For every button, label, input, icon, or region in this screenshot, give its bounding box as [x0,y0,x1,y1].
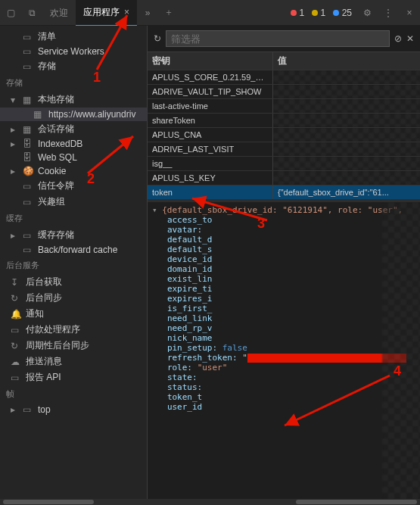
push-node[interactable]: ☁推送消息 [0,354,147,369]
application-sidebar: ▭清单 ▭Service Workers ▭存储 存储 ▾▦本地存储 ▦http… [0,26,148,499]
status-badges[interactable]: 1 1 25 [291,8,356,18]
table-row[interactable]: ADRIVE_LAST_VISIT [148,142,420,156]
tab-bar: ▢ ⧉ 欢迎 应用程序 × » ＋ 1 1 25 ⚙ ⋮ × [0,0,420,26]
manifest-item[interactable]: ▭清单 [0,29,147,45]
periodic-sync-node[interactable]: ↻周期性后台同步 [0,338,147,354]
storage-table: 密钥 值 APLUS_S_CORE_0.21.59_202...ADRIVE_V… [148,52,420,199]
session-storage-node[interactable]: ▸▦会话存储 [0,121,147,137]
device-selector-icon[interactable]: ▢ [0,8,21,18]
column-value[interactable]: 值 [273,52,420,70]
storage-header: 存储 [0,74,147,92]
add-tab-icon[interactable]: ＋ [158,6,179,19]
tab-application[interactable]: 应用程序 × [76,0,137,26]
value-detail[interactable]: ▾ {default_sbox_drive_id: "6121914", rol… [148,202,420,499]
horizontal-scrollbar[interactable] [0,499,420,505]
close-panel-icon[interactable]: × [399,8,420,18]
service-workers-item[interactable]: ▭Service Workers [0,45,147,58]
table-row[interactable]: isg__ [148,156,420,170]
bg-services-header: 后台服务 [0,257,147,274]
close-icon[interactable]: × [124,0,129,25]
table-row[interactable]: APLUS_CNA [148,127,420,142]
bf-cache-node[interactable]: ▭Back/forward cache [0,243,147,257]
more-icon[interactable]: ⋮ [378,8,399,18]
column-key[interactable]: 密钥 [148,52,273,70]
storage-content: ↻ ⊘ ✕ 密钥 值 APLUS_S_CORE_0.21.59_202...AD… [148,26,420,499]
table-row[interactable]: token{"default_sbox_drive_id":"61... [148,185,420,199]
table-row[interactable]: ADRIVE_VAULT_TIP_SHOW [148,84,420,98]
local-storage-origin[interactable]: ▦https://www.aliyundriv [0,108,147,121]
payment-handler-node[interactable]: ▭付款处理程序 [0,322,147,338]
storage-overview-item[interactable]: ▭存储 [0,58,147,74]
filter-input[interactable] [166,30,390,47]
table-row[interactable]: APLUS_LS_KEY [148,170,420,185]
more-tabs-icon[interactable]: » [137,8,158,18]
bg-sync-node[interactable]: ↻后台同步 [0,290,147,306]
cache-storage-node[interactable]: ▸▭缓存存储 [0,227,147,243]
notifications-node[interactable]: 🔔通知 [0,306,147,322]
tab-welcome[interactable]: 欢迎 [42,0,76,26]
trust-tokens-node[interactable]: ▭信任令牌 [0,178,147,194]
bg-fetch-node[interactable]: ↧后台获取 [0,274,147,290]
cache-header: 缓存 [0,210,147,227]
table-row[interactable]: shareToken [148,113,420,127]
frame-top[interactable]: ▸▭top [0,403,147,416]
gear-icon[interactable]: ⚙ [356,8,378,18]
interest-groups-node[interactable]: ▭兴趣组 [0,194,147,210]
refresh-token-redacted [247,354,406,363]
elements-icon[interactable]: ⧉ [21,8,42,18]
indexeddb-node[interactable]: ▸🗄IndexedDB [0,137,147,151]
storage-toolbar: ↻ ⊘ ✕ [148,26,420,52]
delete-icon[interactable]: ✕ [406,33,414,44]
websql-node[interactable]: 🗄Web SQL [0,151,147,164]
cookie-node[interactable]: ▸🍪Cookie [0,164,147,178]
table-row[interactable]: last-active-time [148,98,420,113]
clear-icon[interactable]: ⊘ [394,33,402,44]
frames-header: 帧 [0,385,147,403]
refresh-icon[interactable]: ↻ [154,33,161,44]
local-storage-node[interactable]: ▾▦本地存储 [0,92,147,108]
report-api-node[interactable]: ▭报告 API [0,369,147,385]
table-row[interactable]: APLUS_S_CORE_0.21.59_202... [148,70,420,84]
